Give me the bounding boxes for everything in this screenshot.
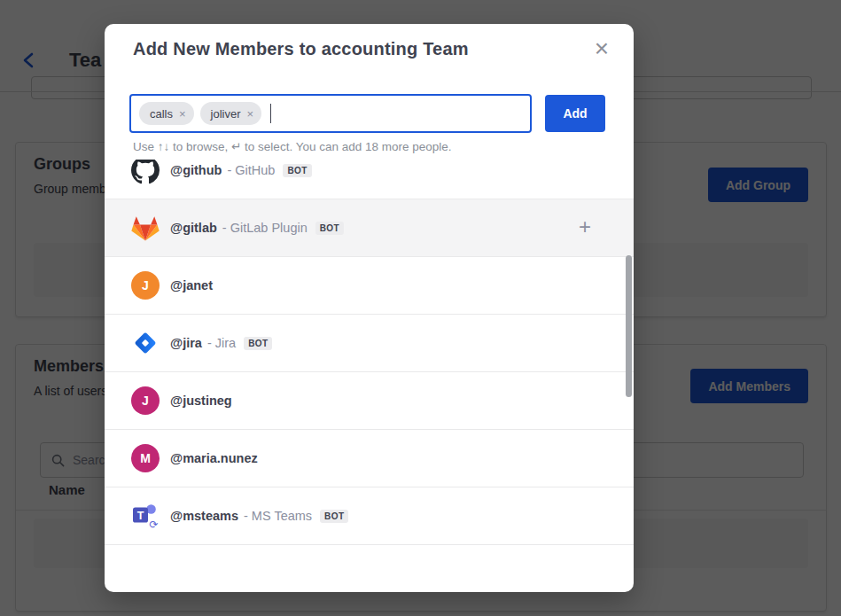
member-row[interactable]: M@maria.nunez <box>105 430 634 487</box>
letter-avatar: J <box>131 271 160 300</box>
gitlab-logo-icon <box>131 214 160 241</box>
close-icon[interactable]: × <box>589 35 614 63</box>
chip-label: calls <box>150 107 173 121</box>
svg-text:T: T <box>137 510 144 522</box>
member-avatar: T ⟳ <box>131 502 160 530</box>
github-logo-icon <box>131 160 160 184</box>
selected-member-chip: joliver× <box>200 102 262 125</box>
app-window: Tea Groups Group memb Add Group Members … <box>0 0 841 616</box>
member-username: @github <box>170 163 222 177</box>
member-descriptor: - GitLab Plugin <box>222 221 308 235</box>
member-row[interactable]: @jira- JiraBOT <box>105 315 634 372</box>
chip-remove-icon[interactable]: × <box>179 108 186 120</box>
bot-badge: BOT <box>244 337 272 350</box>
member-descriptor: - Jira <box>207 336 236 350</box>
member-username: @gitlab <box>170 221 217 235</box>
add-plus-icon[interactable]: + <box>579 214 591 239</box>
member-username: @janet <box>170 278 213 292</box>
members-multiselect-input[interactable]: calls×joliver× <box>129 94 532 133</box>
svg-text:⟳: ⟳ <box>149 519 158 530</box>
bot-badge: BOT <box>320 510 348 523</box>
jira-logo-icon <box>132 330 159 356</box>
member-row[interactable]: J@janet <box>105 257 634 315</box>
bot-badge: BOT <box>315 222 344 235</box>
msteams-logo-icon: T ⟳ <box>131 502 160 530</box>
member-username: @maria.nunez <box>170 451 258 465</box>
results-list: @github- GitHubBOT @gitlab- GitLab Plugi… <box>105 160 634 545</box>
modal-title: Add New Members to accounting Team <box>133 39 469 59</box>
member-row[interactable]: J@justineg <box>105 372 634 430</box>
letter-avatar: J <box>131 386 160 415</box>
scrollbar-thumb[interactable] <box>626 255 632 397</box>
member-username: @justineg <box>170 394 232 408</box>
member-row[interactable]: T ⟳ @msteams- MS TeamsBOT <box>105 487 634 545</box>
member-username: @msteams <box>170 509 238 523</box>
bot-badge: BOT <box>283 164 311 177</box>
member-avatar <box>131 160 160 184</box>
add-button[interactable]: Add <box>545 95 605 132</box>
selected-member-chip: calls× <box>139 102 194 125</box>
member-descriptor: - GitHub <box>227 163 275 177</box>
chip-remove-icon[interactable]: × <box>247 108 254 120</box>
member-username: @jira <box>170 336 202 350</box>
member-avatar <box>131 329 160 357</box>
letter-avatar: M <box>131 444 160 472</box>
add-members-modal: Add New Members to accounting Team × cal… <box>105 24 634 592</box>
member-descriptor: - MS Teams <box>244 509 312 523</box>
member-avatar <box>131 214 160 242</box>
selection-helper-text: Use ↑↓ to browse, ↵ to select. You can a… <box>133 139 452 153</box>
chip-label: joliver <box>211 107 241 121</box>
text-caret <box>270 104 271 123</box>
member-row[interactable]: @gitlab- GitLab PluginBOT+ <box>105 199 634 257</box>
member-avatar: J <box>131 271 160 300</box>
member-row[interactable]: @github- GitHubBOT <box>105 160 634 199</box>
results-list-viewport: @github- GitHubBOT @gitlab- GitLab Plugi… <box>105 160 634 592</box>
member-avatar: J <box>131 386 160 415</box>
member-avatar: M <box>131 444 160 472</box>
